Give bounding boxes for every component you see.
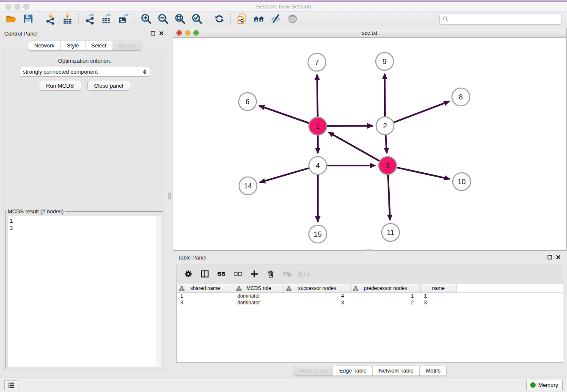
select-all-checks-button[interactable] [214,267,228,281]
tab-network-table[interactable]: Network Table [373,366,420,375]
table-cell[interactable]: 3 [284,300,351,306]
table-row[interactable]: 1dominator411 [177,293,563,300]
table-cell[interactable]: 1 [177,293,234,300]
export-network-button[interactable] [81,12,98,25]
graph-node-14[interactable]: 14 [239,177,257,195]
zoom-selected-button[interactable] [188,12,205,25]
graph-node-8[interactable]: 8 [452,88,470,106]
refresh-layout-button[interactable] [211,12,228,25]
search-input[interactable] [449,15,561,23]
column-header-predecessor-nodes[interactable]: predecessor nodes [351,284,421,293]
network-view-window: × − + scc.txt 7968124314101511 [173,28,567,251]
deselect-all-button[interactable] [231,267,245,281]
add-plus-button[interactable] [247,267,261,281]
task-history-button[interactable] [4,380,17,390]
table-cell[interactable]: 1 [421,293,457,300]
table-row[interactable]: 3dominator323 [177,300,563,306]
split-panel-button[interactable] [198,267,212,281]
zoom-fit-icon [174,13,186,25]
table-cell[interactable]: 1 [351,293,421,300]
graph-node-9[interactable]: 9 [376,52,394,70]
edge-3-1[interactable] [328,132,380,161]
export-table-button[interactable] [98,12,115,25]
save-session-button[interactable] [19,12,36,25]
hide-annotations-eye-slash-button[interactable] [267,12,284,25]
column-header-name[interactable]: name [421,284,457,293]
network-file-share-button[interactable] [233,12,250,25]
node-label: 2 [383,122,387,130]
mcds-result-text[interactable]: 13 [7,216,161,367]
tab-motifs[interactable]: Motifs [420,366,446,375]
table-settings-gear-button[interactable] [181,267,195,281]
graph-node-3[interactable]: 3 [379,157,396,174]
network-canvas[interactable]: 7968124314101511 [173,38,566,250]
window-titlebar[interactable]: Session: New Session [0,2,567,11]
table-cell[interactable]: 4 [284,293,351,300]
column-header-label: predecessor nodes [364,285,407,291]
delete-trash-icon [266,269,275,279]
zoom-fit-button[interactable] [171,12,188,25]
edge-1-6[interactable] [259,106,309,123]
panel-splitter-grip[interactable] [168,193,171,199]
graph-node-10[interactable]: 10 [453,173,471,190]
show-graphics-eye-icon [287,13,298,25]
control-panel-title: Control Panel [4,30,38,37]
float-icon [547,254,553,260]
main-toolbar [0,11,567,26]
table-panel-close-button[interactable] [556,254,561,260]
tab-node-table[interactable]: Node Table [293,366,333,375]
edge-2-3[interactable] [385,135,387,153]
tab-mcds[interactable]: MCDS [113,41,141,50]
table-cell[interactable]: 3 [177,300,234,306]
search-box[interactable] [439,14,562,25]
edge-1-2[interactable] [327,126,373,126]
column-header-label: successor nodes [298,285,336,291]
graph-node-7[interactable]: 7 [308,53,326,71]
tab-style[interactable]: Style [61,41,85,50]
close-panel-button[interactable]: Close panel [87,81,131,91]
graph-node-4[interactable]: 4 [309,157,327,174]
open-folder-button[interactable] [3,12,19,25]
edge-3-11[interactable] [388,175,390,220]
edge-1-7[interactable] [317,75,317,117]
node-label: 8 [459,93,462,101]
tab-select[interactable]: Select [85,41,113,50]
mcds-result-line: 1 [10,217,159,224]
edge-4-14[interactable] [260,168,309,182]
control-panel-close-button[interactable] [159,30,164,36]
zoom-in-button[interactable] [138,12,154,25]
table-cell[interactable]: dominator [234,300,284,306]
network-window-titlebar[interactable]: × − + scc.txt [173,28,566,38]
edge-3-10[interactable] [396,168,449,179]
graph-node-6[interactable]: 6 [239,93,256,110]
criterion-dropdown[interactable]: strongly connected component [19,67,150,77]
graph-node-15[interactable]: 15 [309,225,327,243]
network-resize-handle[interactable] [366,249,372,251]
first-neighbors-home-button[interactable] [250,12,267,25]
run-mcds-button[interactable]: Run MCDS [39,81,81,91]
column-header-shared-name[interactable]: shared name [177,284,234,293]
table-panel-float-button[interactable] [547,254,553,260]
column-header-label: shared name [190,285,220,291]
table-cell[interactable]: 3 [421,300,457,306]
graph-node-1[interactable]: 1 [309,117,327,135]
memory-button[interactable]: Memory [526,380,563,390]
export-image-button[interactable] [115,12,132,25]
edge-2-8[interactable] [394,101,449,122]
control-panel-float-button[interactable] [150,30,156,36]
import-table-button[interactable] [59,12,76,25]
delete-trash-button[interactable] [264,267,278,281]
table-cell[interactable]: dominator [234,293,284,300]
graph-node-11[interactable]: 11 [382,224,399,241]
tab-network[interactable]: Network [28,41,61,50]
import-network-button[interactable] [42,12,59,25]
column-header-successor-nodes[interactable]: successor nodes [284,284,351,293]
column-header-MCDS-role[interactable]: MCDS role [234,284,284,293]
show-graphics-eye-button[interactable] [284,12,301,25]
result-scrollbar[interactable] [157,216,161,367]
graph-node-2[interactable]: 2 [376,117,394,135]
edge-2-9[interactable] [385,74,385,116]
table-cell[interactable]: 2 [351,300,421,306]
zoom-out-button[interactable] [154,12,171,25]
tab-edge-table[interactable]: Edge Table [333,366,373,375]
